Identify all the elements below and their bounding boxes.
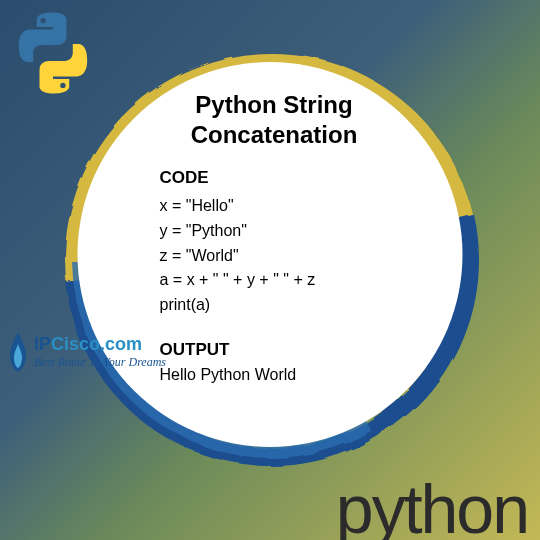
page-title: Python String Concatenation xyxy=(136,90,413,150)
ipcisco-logo: IPCisco.com Best Route To Your Dreams xyxy=(4,330,166,374)
python-logo-icon xyxy=(8,8,98,98)
code-line: z = "World" xyxy=(160,244,413,269)
code-line: a = x + " " + y + " " + z xyxy=(160,268,413,293)
python-wordmark: python xyxy=(336,470,528,540)
code-block: x = "Hello" y = "Python" z = "World" a =… xyxy=(160,194,413,318)
ipcisco-brand-name: IPCisco.com xyxy=(34,334,166,355)
code-line: x = "Hello" xyxy=(160,194,413,219)
title-line-2: Concatenation xyxy=(191,121,358,148)
brand-cisco: Cisco.com xyxy=(51,334,142,354)
output-section-label: OUTPUT xyxy=(160,340,413,360)
brand-ip: IP xyxy=(34,334,51,354)
code-line: print(a) xyxy=(160,293,413,318)
title-line-1: Python String xyxy=(195,91,352,118)
output-text: Hello Python World xyxy=(160,366,413,384)
flame-icon xyxy=(4,330,32,374)
code-section-label: CODE xyxy=(160,168,413,188)
content-card: Python String Concatenation CODE x = "He… xyxy=(78,62,463,447)
code-line: y = "Python" xyxy=(160,219,413,244)
ipcisco-tagline: Best Route To Your Dreams xyxy=(34,355,166,370)
